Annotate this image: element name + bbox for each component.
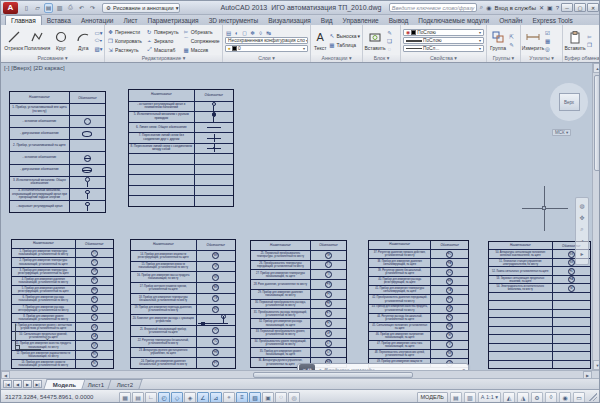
tab-управление[interactable]: Управление [338, 15, 384, 25]
block-define-icon[interactable]: ❏ [386, 37, 393, 44]
minimize-button[interactable]: ─ [561, 3, 573, 12]
snap-toggle[interactable]: ▦ [119, 392, 131, 403]
wcs-dropdown[interactable]: МСК ▾ [552, 129, 571, 136]
tab-главная[interactable]: Главная [5, 15, 42, 25]
array-button[interactable]: ▦Массив [183, 46, 220, 54]
tab-вид[interactable]: Вид [316, 15, 338, 25]
viewcube[interactable]: Верх [550, 83, 588, 121]
close-button[interactable]: ✕ [587, 3, 599, 12]
layer-properties-icon[interactable]: ▤ [225, 29, 232, 36]
workspace-dropdown[interactable]: ⚙ Рисование и аннотации ▾ [102, 3, 180, 13]
tab-визуализация[interactable]: Визуализация [263, 15, 316, 25]
plot-icon[interactable]: ⎙ [66, 3, 75, 13]
layout-tab-лист2[interactable]: Лист2 [107, 379, 143, 389]
line-button[interactable]: Отрезок [3, 27, 24, 55]
panel-label-layers[interactable]: Слои ▾ [223, 55, 310, 62]
stretch-button[interactable]: ⇲Растянуть [107, 46, 142, 54]
tab-подключаемые-модули[interactable]: Подключаемые модули [413, 15, 494, 25]
lwt-toggle[interactable]: ≡ [236, 392, 248, 403]
layer-off-icon[interactable]: ◐ [233, 29, 240, 36]
pan-icon[interactable]: ✥ [578, 213, 586, 221]
tab-вставка[interactable]: Вставка [42, 15, 76, 25]
lineweight-dropdown[interactable]: ПоСлою▾ [403, 37, 484, 44]
annotation-scale-button[interactable]: А 1:1 ▾ [478, 392, 501, 403]
scale-button[interactable]: ⤢Масштаб [146, 46, 179, 54]
exchange-icon[interactable]: ✕ [539, 4, 544, 11]
insert-block-button[interactable]: Вставить [365, 27, 385, 55]
panel-label-draw[interactable]: Рисование ▾ [1, 55, 104, 62]
tpy-toggle[interactable]: ▧ [249, 392, 261, 403]
navigation-bar[interactable]: ◍ ✥ ⌕ ◔ ▸ [575, 197, 589, 265]
tab-параметризация[interactable]: Параметризация [143, 15, 204, 25]
tab-онлайн[interactable]: Онлайн [494, 15, 527, 25]
search-input[interactable]: Введите ключевое слово/фразу [389, 3, 477, 12]
panel-label-utilities[interactable]: Утилиты ▾ [521, 55, 562, 62]
osnap-toggle[interactable]: ◇ [171, 392, 183, 403]
panel-label-annotation[interactable]: Аннотации ▾ [311, 55, 362, 62]
tab-аннотации[interactable]: Аннотации [76, 15, 119, 25]
id-point-icon[interactable]: ◎ [544, 45, 551, 52]
communication-center-icon[interactable]: ▣ [547, 4, 553, 11]
quick-view-drawings-icon[interactable]: ▥ [464, 392, 476, 403]
layer-state-dropdown[interactable]: Несохраненная конфигурация сло▾ [225, 37, 308, 44]
layer-dropdown[interactable]: ● 0▾ [225, 45, 308, 52]
panel-label-properties[interactable]: Свойства ▾ [401, 55, 486, 62]
layer-match-icon[interactable]: ↹ [265, 29, 272, 36]
trim-button[interactable]: ✂Обрезать [183, 28, 220, 36]
group-button[interactable]: Группа [489, 27, 507, 55]
paste-button[interactable]: Вставить [565, 27, 585, 55]
resize-grip[interactable] [589, 393, 597, 401]
workspace-switch-icon[interactable]: ⚙ [531, 392, 543, 403]
app-menu-button[interactable]: A [3, 2, 18, 14]
viewcube-top-face[interactable]: Верх [559, 93, 580, 111]
orbit-icon[interactable]: ◔ [578, 237, 586, 245]
drawing-canvas[interactable]: [-] [Вверх] [2D каркас] НаименованиеОбоз… [1, 63, 600, 370]
toolbar-lock-icon[interactable]: ◊ [545, 392, 557, 403]
block-attr-icon[interactable]: ◌ [386, 45, 393, 52]
layer-freeze-icon[interactable]: ❄ [249, 29, 256, 36]
group-edit-icon[interactable]: ✎ [508, 41, 515, 48]
ellipse-icon[interactable]: ⬭▾ [95, 37, 102, 44]
fillet-button[interactable]: ⌒Сопряжение [183, 37, 220, 45]
redo-icon[interactable]: ↷ [88, 3, 97, 13]
signin-button[interactable]: Вход в службы [494, 5, 536, 11]
cut-icon[interactable]: ✂ [586, 33, 593, 40]
tab-лист[interactable]: Лист [118, 15, 142, 25]
scroll-down-arrow[interactable]: ▼ [593, 360, 600, 370]
open-icon[interactable]: ▱ [33, 3, 42, 13]
tab-express-tools[interactable]: Express Tools [527, 15, 577, 25]
search-icon[interactable]: ⌕ [480, 4, 483, 11]
measure-button[interactable]: Измерить [523, 27, 543, 55]
polar-toggle[interactable]: ◴ [158, 392, 170, 403]
help-icon[interactable]: ? [556, 5, 559, 11]
cleanscreen-icon[interactable]: ▭ [573, 392, 585, 403]
hatch-icon[interactable]: ▨▾ [95, 45, 102, 52]
qp-toggle[interactable]: ▣ [262, 392, 274, 403]
text-button[interactable]: A Текст [313, 27, 327, 55]
saveas-icon[interactable]: ▥ [55, 3, 64, 13]
last-layout-icon[interactable]: ▶| [33, 380, 42, 388]
annotation-autoscale-icon[interactable]: ◮ [517, 392, 529, 403]
layer-isolate-icon[interactable]: ◻ [241, 29, 248, 36]
dyn-toggle[interactable]: ⌖ [223, 392, 235, 403]
full-navigation-wheel-icon[interactable]: ◍ [578, 201, 586, 209]
panel-label-edit[interactable]: Редактирование ▾ [105, 55, 222, 62]
osnap3d-toggle[interactable]: ◈ [184, 392, 196, 403]
copy-clip-icon[interactable]: ❐ [586, 41, 593, 48]
zoom-extents-icon[interactable]: ⌕ [578, 225, 586, 233]
layer-lock-icon[interactable]: ◊ [257, 29, 264, 36]
rectangle-icon[interactable]: ▭▾ [95, 29, 102, 36]
ungroup-icon[interactable]: ⇱ [508, 33, 515, 40]
model-space-button[interactable]: МОДЕЛЬ [417, 392, 448, 403]
annotation-visibility-icon[interactable]: ◭ [503, 392, 515, 403]
scroll-up-arrow[interactable]: ▲ [593, 63, 600, 73]
otrack-toggle[interactable]: ∠ [197, 392, 209, 403]
viewport-view-control[interactable]: [Вверх] [11, 65, 31, 71]
new-icon[interactable]: ▯ [22, 3, 31, 13]
ortho-toggle[interactable]: ∟ [145, 392, 157, 403]
table-button[interactable]: ▦Таблица [328, 41, 360, 49]
panel-label-groups[interactable]: Группы ▾ [487, 55, 520, 62]
quick-select-icon[interactable]: ☑ [544, 29, 551, 36]
quick-calc-icon[interactable]: ▦ [544, 37, 551, 44]
ducs-toggle[interactable]: ⊿ [210, 392, 222, 403]
